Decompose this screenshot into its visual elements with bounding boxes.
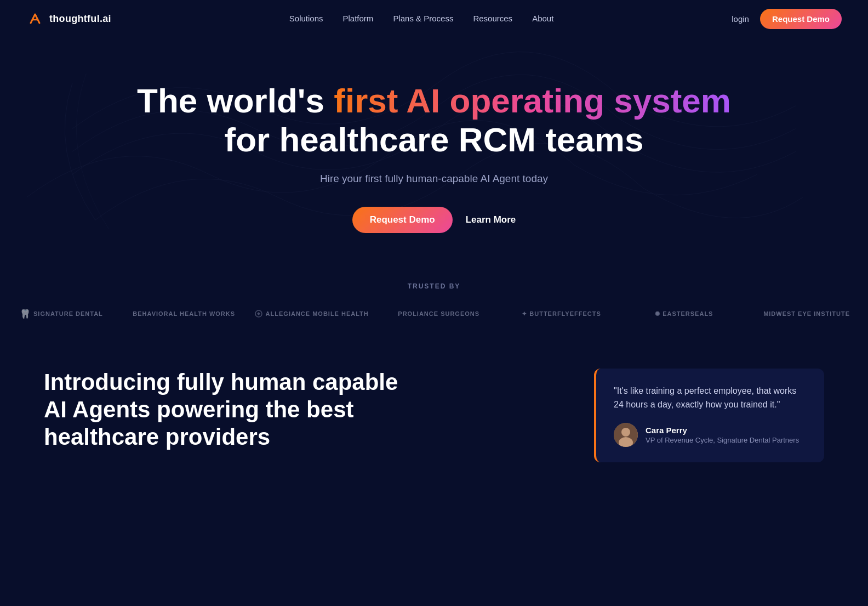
testimonial-card: "It's like training a perfect employee, … — [594, 369, 824, 462]
headline-suffix: for healthcare RCM teams — [22, 120, 846, 159]
avatar-placeholder — [614, 423, 638, 447]
hero-request-demo-button[interactable]: Request Demo — [352, 207, 453, 233]
svg-point-2 — [621, 428, 630, 437]
logo-signature-dental: 🦷 SIGNATURE DENTAL — [0, 303, 123, 325]
hero-subheadline: Hire your first fully human-capable AI A… — [22, 173, 846, 185]
testimonial-quote: "It's like training a perfect employee, … — [614, 384, 807, 412]
logo-butterfly: ✦ ButterflyEffects — [500, 305, 623, 323]
bottom-headline: Introducing fully human capable AI Agent… — [44, 369, 550, 451]
headline-gradient: first AI operating system — [334, 82, 731, 120]
logo-behavioral-health: BEHAVIORAL HEALTH WORKS — [123, 305, 245, 322]
testimonial-avatar — [614, 423, 638, 447]
trusted-label: TRUSTED BY — [0, 282, 868, 290]
logo-midwest-eye: MIDWEST EYE INSTITUTE — [745, 305, 868, 322]
nav-links: Solutions Platform Plans & Process Resou… — [289, 14, 554, 24]
hero-content: The world's first AI operating system fo… — [22, 81, 846, 233]
testimonial-info: Cara Perry VP of Revenue Cycle, Signatur… — [646, 426, 799, 444]
testimonial-person: Cara Perry VP of Revenue Cycle, Signatur… — [614, 423, 807, 447]
behavioral-health-label: BEHAVIORAL HEALTH WORKS — [133, 310, 235, 317]
nav-item-solutions[interactable]: Solutions — [289, 14, 323, 23]
testimonial-name: Cara Perry — [646, 426, 799, 435]
signature-dental-icon: 🦷 — [20, 309, 31, 319]
trusted-logos: 🦷 SIGNATURE DENTAL BEHAVIORAL HEALTH WOR… — [0, 303, 868, 325]
hero-section: The world's first AI operating system fo… — [0, 37, 868, 266]
allegiance-label: ALLEGIANCE MOBILE HEALTH — [266, 310, 369, 317]
nav-item-about[interactable]: About — [532, 14, 553, 23]
bottom-headline-line1: Introducing fully human capable — [44, 369, 398, 395]
proliance-label: PROLIANCE SURGEONS — [398, 310, 479, 317]
hero-learn-more-button[interactable]: Learn More — [466, 214, 516, 225]
logo-allegiance: ALLEGIANCE MOBILE HEALTH — [245, 304, 378, 324]
bottom-section: Introducing fully human capable AI Agent… — [0, 336, 868, 484]
headline-prefix: The world's — [137, 82, 334, 120]
bottom-left-content: Introducing fully human capable AI Agent… — [44, 369, 550, 451]
logo-proliance: PROLIANCE SURGEONS — [378, 305, 500, 322]
nav-request-demo-button[interactable]: Request Demo — [760, 9, 842, 29]
nav-item-resources[interactable]: Resources — [473, 14, 512, 23]
signature-dental-label: SIGNATURE DENTAL — [33, 310, 103, 317]
butterfly-label: ✦ ButterflyEffects — [522, 310, 601, 318]
trusted-section: TRUSTED BY 🦷 SIGNATURE DENTAL BEHAVIORAL… — [0, 266, 868, 336]
hero-cta-group: Request Demo Learn More — [22, 207, 846, 233]
nav-item-platform[interactable]: Platform — [343, 14, 374, 23]
bottom-headline-line2: AI Agents powering the best — [44, 397, 353, 422]
nav-actions: login Request Demo — [732, 9, 842, 29]
easterseals-label: ✺ easterseals — [655, 310, 713, 318]
allegiance-icon — [254, 309, 263, 318]
navbar: thoughtful.ai Solutions Platform Plans &… — [0, 0, 868, 37]
login-link[interactable]: login — [732, 14, 749, 24]
midwest-eye-label: MIDWEST EYE INSTITUTE — [763, 310, 850, 317]
nav-item-plans[interactable]: Plans & Process — [393, 14, 453, 23]
bottom-headline-line3: healthcare providers — [44, 424, 270, 450]
avatar-image — [614, 423, 638, 447]
logo[interactable]: thoughtful.ai — [26, 10, 111, 27]
logo-icon — [26, 10, 44, 27]
hero-headline: The world's first AI operating system fo… — [22, 81, 846, 160]
logo-easterseals: ✺ easterseals — [623, 305, 745, 323]
logo-text: thoughtful.ai — [49, 13, 111, 25]
testimonial-title: VP of Revenue Cycle, Signature Dental Pa… — [646, 436, 799, 444]
